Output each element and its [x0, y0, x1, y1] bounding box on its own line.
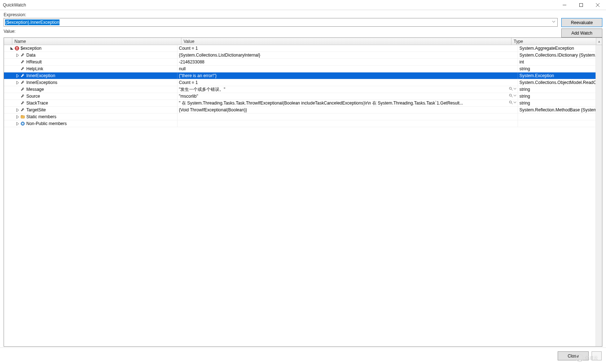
svg-rect-6: [17, 47, 17, 49]
column-type[interactable]: Type: [511, 38, 596, 45]
svg-marker-21: [17, 122, 19, 125]
row-value: "发生一个或多个错误。": [177, 86, 518, 93]
table-row[interactable]: StackTrace" 在 System.Threading.Tasks.Tas…: [4, 100, 602, 107]
text-visualizer-button[interactable]: [509, 101, 516, 105]
exception-icon: [14, 45, 20, 51]
svg-line-14: [511, 96, 513, 98]
expander-icon: [16, 87, 20, 92]
expander-icon[interactable]: [16, 74, 20, 78]
table-row[interactable]: HResult-2146233088int: [4, 59, 602, 66]
table-row[interactable]: Source"mscorlib"string: [4, 93, 602, 100]
svg-line-16: [511, 103, 513, 105]
expander-icon: [16, 101, 20, 105]
results-grid: Name Value Type ▲ $exceptionCount = 1Sys…: [4, 37, 602, 347]
svg-rect-7: [17, 49, 17, 50]
row-type: System.Exception: [518, 72, 602, 79]
wrench-icon: [20, 100, 26, 106]
svg-point-13: [509, 94, 511, 96]
table-row[interactable]: Data{System.Collections.ListDictionaryIn…: [4, 52, 602, 59]
wrench-icon: [20, 66, 26, 72]
table-row[interactable]: TargetSite{Void ThrowIfExceptional(Boole…: [4, 107, 602, 114]
wrench-icon: [20, 80, 26, 85]
table-row[interactable]: Message"发生一个或多个错误。"string: [4, 86, 602, 93]
row-value: {"there is an error!"}: [177, 72, 518, 79]
svg-rect-1: [580, 3, 583, 6]
expander-icon[interactable]: [16, 115, 20, 119]
svg-marker-10: [17, 81, 19, 84]
row-type: System.AggregateException: [518, 45, 602, 52]
expander-icon: [16, 67, 20, 71]
expander-icon[interactable]: [16, 53, 20, 57]
svg-rect-20: [21, 115, 23, 116]
row-value: -2146233088: [177, 59, 518, 65]
svg-point-23: [22, 123, 23, 124]
expression-dropdown[interactable]: [551, 19, 556, 25]
row-name: StackTrace: [26, 101, 48, 106]
nonpublic-icon: [20, 121, 26, 126]
maximize-button[interactable]: [573, 0, 589, 10]
maximize-icon: [579, 3, 583, 7]
row-type: string: [518, 86, 602, 93]
expander-icon[interactable]: [16, 108, 20, 112]
chevron-down-icon: [552, 21, 555, 23]
row-value: " 在 System.Threading.Tasks.Task.ThrowIfE…: [177, 100, 518, 106]
row-name: InnerException: [26, 73, 55, 78]
reevaluate-button[interactable]: Reevaluate: [561, 18, 602, 27]
row-value: null: [177, 66, 518, 72]
row-name: Static members: [26, 114, 56, 119]
close-icon: [596, 3, 600, 7]
wrench-icon: [20, 73, 26, 79]
text-visualizer-button[interactable]: [509, 87, 516, 91]
wrench-icon: [20, 93, 26, 99]
row-type: System.Reflection.MethodBase {System.Ref…: [518, 107, 602, 113]
wrench-icon: [20, 59, 26, 65]
expander-icon[interactable]: [16, 121, 20, 126]
expander-icon: [16, 94, 20, 98]
column-name[interactable]: Name: [12, 38, 181, 45]
expression-selection: ($exception).InnerException: [5, 19, 60, 25]
row-type: System.Collections.IDictionary {System.C…: [518, 52, 602, 58]
row-name: HelpLink: [26, 66, 43, 71]
row-name: TargetSite: [26, 107, 46, 112]
svg-marker-18: [17, 115, 19, 119]
row-name: InnerExceptions: [26, 80, 57, 85]
minimize-button[interactable]: [556, 0, 573, 10]
row-name: Message: [26, 87, 44, 92]
svg-marker-9: [17, 74, 19, 77]
table-row[interactable]: Static members: [4, 114, 602, 120]
wrench-icon: [20, 107, 26, 113]
table-row[interactable]: $exceptionCount = 1System.AggregateExcep…: [4, 45, 602, 52]
row-value: {Void ThrowIfExceptional(Boolean)}: [177, 107, 518, 113]
row-name: $exception: [20, 46, 41, 51]
row-name: Source: [26, 94, 40, 99]
expander-icon[interactable]: [10, 46, 14, 50]
close-window-button[interactable]: [589, 0, 606, 10]
expander-icon[interactable]: [16, 80, 20, 85]
text-visualizer-button[interactable]: [509, 94, 516, 98]
dialog-footer: Close 亿速云: [0, 347, 606, 364]
expression-label: Expression:: [4, 12, 558, 17]
window-title: QuickWatch: [3, 3, 556, 8]
table-row[interactable]: InnerException{"there is an error!"}Syst…: [4, 72, 602, 79]
column-value[interactable]: Value: [181, 38, 511, 45]
table-row[interactable]: HelpLinknullstring: [4, 66, 602, 72]
row-type: string: [518, 66, 602, 72]
add-watch-button[interactable]: Add Watch: [561, 28, 602, 37]
scroll-up-icon[interactable]: ▲: [596, 38, 602, 45]
table-row[interactable]: InnerExceptionsCount = 1System.Collectio…: [4, 79, 602, 86]
row-name: HResult: [26, 59, 42, 65]
watermark: 亿速云: [576, 354, 598, 362]
svg-marker-17: [17, 108, 19, 112]
expression-input[interactable]: [4, 18, 558, 27]
row-type: int: [518, 59, 602, 65]
row-type: [518, 114, 602, 120]
svg-line-12: [511, 89, 513, 91]
svg-marker-8: [17, 54, 19, 57]
table-row[interactable]: Non-Public members: [4, 120, 602, 127]
svg-marker-4: [10, 47, 13, 50]
svg-point-11: [509, 87, 511, 89]
wrench-icon: [20, 52, 26, 58]
row-type: [518, 120, 602, 127]
row-type: string: [518, 93, 602, 99]
row-value: [177, 114, 518, 120]
